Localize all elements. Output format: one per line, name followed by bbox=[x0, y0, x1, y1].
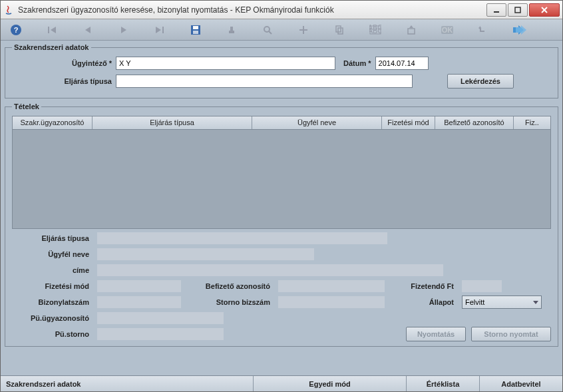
col-fiz[interactable]: Fiz.. bbox=[514, 116, 550, 129]
grid-header: Szakr.ügyazonosító Eljárás típusa Ügyfél… bbox=[13, 116, 550, 130]
det-puugy-value bbox=[97, 312, 224, 324]
java-icon bbox=[3, 5, 14, 15]
next-icon[interactable] bbox=[116, 23, 131, 37]
storno-nyomtat-button[interactable]: Storno nyomtat bbox=[471, 327, 551, 341]
content-area: Szakrendszeri adatok Ügyintéző * Dátum *… bbox=[1, 41, 562, 375]
svg-text:ABC: ABC bbox=[369, 27, 381, 35]
add-icon[interactable] bbox=[296, 23, 311, 37]
det-storno-value bbox=[278, 296, 385, 308]
svg-rect-14 bbox=[193, 31, 198, 34]
chevron-down-icon bbox=[533, 301, 538, 304]
svg-rect-1 bbox=[515, 7, 520, 13]
det-cime-label: címe bbox=[12, 266, 92, 274]
svg-rect-11 bbox=[162, 27, 164, 33]
save-icon[interactable] bbox=[188, 23, 203, 37]
help-icon[interactable]: ? bbox=[9, 23, 23, 37]
svg-rect-15 bbox=[229, 31, 234, 33]
tetelek-fieldset: Tételek Szakr.ügyazonosító Eljárás típus… bbox=[5, 102, 558, 347]
svg-rect-13 bbox=[193, 26, 198, 29]
svg-marker-10 bbox=[156, 27, 161, 33]
det-storno-label: Storno bizszám bbox=[186, 298, 273, 306]
svg-marker-30 bbox=[478, 26, 480, 30]
lekerdezes-button[interactable]: Lekérdezés bbox=[447, 74, 514, 89]
det-fizmod-label: Fizetési mód bbox=[12, 282, 92, 290]
det-pustorno-label: Pü.storno bbox=[12, 330, 92, 338]
datum-label: Dátum * bbox=[343, 59, 371, 67]
status-szakr[interactable]: Szakrendszeri adatok bbox=[1, 376, 254, 391]
svg-marker-27 bbox=[409, 25, 413, 28]
szakrendszeri-fieldset: Szakrendszeri adatok Ügyintéző * Dátum *… bbox=[5, 43, 558, 98]
det-fizft-label: Fizetendő Ft bbox=[390, 282, 457, 290]
copy-icon[interactable] bbox=[332, 23, 347, 37]
ok-icon[interactable]: OK bbox=[440, 23, 455, 37]
eljaras-label: Eljárás típusa bbox=[12, 77, 112, 85]
det-ugyfel-value bbox=[97, 248, 314, 260]
svg-marker-32 bbox=[516, 25, 526, 35]
window-title: Szakrendszeri ügyazonosító keresése, biz… bbox=[18, 5, 485, 15]
tetelek-grid[interactable]: Szakr.ügyazonosító Eljárás típusa Ügyfél… bbox=[12, 116, 551, 229]
allapot-combo[interactable]: Felvitt bbox=[462, 295, 542, 309]
col-fizmod[interactable]: Fizetési mód bbox=[382, 116, 435, 129]
det-fizft-value bbox=[462, 280, 502, 292]
det-fizmod-value bbox=[97, 280, 181, 292]
svg-marker-7 bbox=[51, 27, 56, 33]
details-panel: Eljárás típusa Ügyfél neve címe Fizetési… bbox=[12, 229, 551, 342]
first-icon[interactable] bbox=[45, 23, 59, 37]
ugyintezo-input[interactable] bbox=[116, 57, 335, 70]
col-ugyfel[interactable]: Ügyfél neve bbox=[252, 116, 382, 129]
svg-rect-6 bbox=[48, 27, 49, 33]
det-cime-value bbox=[97, 264, 443, 276]
statusbar: Szakrendszeri adatok Egyedi mód Értéklis… bbox=[1, 375, 562, 391]
toolbar: ? ABCABC OK bbox=[1, 19, 562, 41]
stamp-icon[interactable] bbox=[224, 23, 239, 37]
det-bizszam-value bbox=[97, 296, 181, 308]
maximize-button[interactable] bbox=[508, 3, 528, 17]
titlebar: Szakrendszeri ügyazonosító keresése, biz… bbox=[1, 1, 562, 19]
det-eljaras-value bbox=[97, 232, 387, 244]
undo-icon[interactable] bbox=[476, 23, 490, 37]
status-erteklista[interactable]: Értéklista bbox=[407, 376, 480, 391]
tetelek-legend: Tételek bbox=[12, 102, 41, 110]
det-befazon-label: Befizető azonosító bbox=[186, 282, 273, 290]
eljaras-input[interactable] bbox=[116, 75, 413, 88]
window-buttons bbox=[485, 3, 560, 17]
col-eljaras[interactable]: Eljárás típusa bbox=[93, 116, 252, 129]
svg-marker-9 bbox=[121, 27, 126, 33]
col-befazon[interactable]: Befizető azonosító bbox=[435, 116, 514, 129]
svg-rect-16 bbox=[230, 27, 233, 31]
det-eljaras-label: Eljárás típusa bbox=[12, 234, 92, 242]
export-icon[interactable] bbox=[404, 23, 419, 37]
datum-input[interactable] bbox=[375, 57, 429, 70]
prev-icon[interactable] bbox=[81, 23, 95, 37]
close-button[interactable] bbox=[529, 3, 560, 17]
det-befazon-value bbox=[278, 280, 385, 292]
status-adatbevitel[interactable]: Adatbevitel bbox=[480, 376, 562, 391]
col-szakrugyazon[interactable]: Szakr.ügyazonosító bbox=[13, 116, 93, 129]
svg-point-17 bbox=[264, 27, 270, 32]
last-icon[interactable] bbox=[152, 23, 167, 37]
szakrendszeri-legend: Szakrendszeri adatok bbox=[12, 43, 91, 51]
svg-text:?: ? bbox=[14, 26, 19, 34]
minimize-button[interactable] bbox=[486, 3, 506, 17]
allapot-combo-value: Felvitt bbox=[465, 298, 484, 306]
det-pustorno-value bbox=[97, 328, 224, 340]
svg-text:OK: OK bbox=[442, 26, 453, 34]
nyomtatas-button[interactable]: Nyomtatás bbox=[406, 327, 466, 341]
det-ugyfel-label: Ügyfél neve bbox=[12, 250, 92, 258]
abc-icon[interactable]: ABCABC bbox=[368, 23, 383, 37]
svg-rect-20 bbox=[299, 29, 307, 31]
status-egyedi[interactable]: Egyedi mód bbox=[254, 376, 407, 391]
ugyintezo-label: Ügyintéző * bbox=[12, 59, 112, 67]
det-bizszam-label: Bizonylatszám bbox=[12, 298, 92, 306]
det-puugy-label: Pü.ügyazonosító bbox=[12, 314, 92, 322]
forward-icon[interactable] bbox=[512, 23, 526, 37]
det-allapot-label: Állapot bbox=[390, 298, 457, 306]
svg-line-18 bbox=[269, 31, 272, 34]
app-window: Szakrendszeri ügyazonosító keresése, biz… bbox=[0, 0, 563, 392]
search-icon[interactable] bbox=[260, 23, 275, 37]
svg-marker-8 bbox=[85, 27, 91, 33]
svg-rect-26 bbox=[408, 29, 415, 34]
grid-body[interactable] bbox=[13, 130, 550, 228]
